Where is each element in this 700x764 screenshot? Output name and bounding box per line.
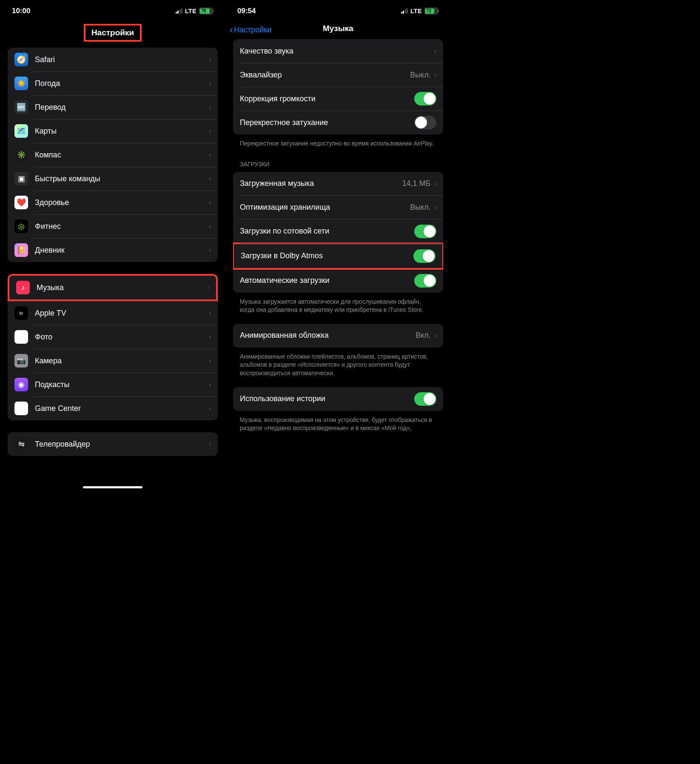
toggle-switch[interactable] xyxy=(413,249,435,263)
row-label: Подкасты xyxy=(35,380,209,389)
chevron-right-icon: › xyxy=(209,127,211,135)
camera-icon: 📷 xyxy=(14,354,28,368)
settings-row[interactable]: Коррекция громкости xyxy=(233,87,443,111)
row-label: Использование истории xyxy=(240,394,414,403)
settings-row[interactable]: Загрузки в Dolby Atmos xyxy=(234,244,442,268)
row-label: Анимированная обложка xyxy=(240,331,415,340)
toggle-switch[interactable] xyxy=(414,392,436,406)
back-label: Настройки xyxy=(234,26,271,34)
row-label: Компас xyxy=(35,151,209,160)
row-label: Загрузки по сотовой сети xyxy=(240,227,414,236)
status-indicators: LTE 78 xyxy=(176,8,213,14)
battery-icon: 72 xyxy=(424,8,439,14)
row-label: Эквалайзер xyxy=(240,71,410,80)
highlight-music-row: ♪Музыка› xyxy=(8,274,218,301)
settings-row[interactable]: ❀Фото› xyxy=(8,325,218,349)
chevron-right-icon: › xyxy=(434,71,436,79)
settings-row[interactable]: Оптимизация хранилищаВыкл.› xyxy=(233,196,443,220)
chevron-right-icon: › xyxy=(209,246,211,254)
row-label: Фитнес xyxy=(35,222,209,231)
settings-row[interactable]: Загрузки по сотовой сети xyxy=(233,220,443,243)
settings-row[interactable]: Перекрестное затухание xyxy=(233,111,443,134)
row-label: Автоматические загрузки xyxy=(240,276,414,285)
highlight-dolby-atmos-row: Загрузки в Dolby Atmos xyxy=(233,242,443,270)
downloads-settings-group-wrapper: Загруженная музыка14,1 МБ›Оптимизация хр… xyxy=(225,172,451,293)
row-label: Качество звука xyxy=(240,47,434,56)
toggle-switch[interactable] xyxy=(414,274,436,288)
settings-group-apps-2-wrapper: ♪Музыка›tvApple TV›❀Фото›📷Камера›◉Подкас… xyxy=(0,274,225,420)
downloads-header: ЗАГРУЗКИ xyxy=(225,157,451,172)
chevron-right-icon: › xyxy=(209,333,211,341)
settings-row[interactable]: ◎Фитнес› xyxy=(8,214,218,238)
right-phone-music-settings: 09:54 LTE 72 ‹ Настройки xyxy=(225,0,451,492)
settings-group-apps-2: ♪Музыка›tvApple TV›❀Фото›📷Камера›◉Подкас… xyxy=(8,274,218,420)
status-bar: 10:00 LTE 78 xyxy=(0,0,225,20)
settings-row[interactable]: Использование истории xyxy=(233,387,443,411)
settings-group-teleprovider: ⇋Телепровайдер› xyxy=(8,432,218,456)
animated-cover-group: Анимированная обложкаВкл.› xyxy=(233,324,443,348)
chevron-left-icon: ‹ xyxy=(230,24,233,36)
settings-row[interactable]: 🧭Safari› xyxy=(8,48,218,71)
settings-row[interactable]: ◉Подкасты› xyxy=(8,373,218,396)
crossfade-footer: Перекрестное затухание недоступно во вре… xyxy=(225,140,451,157)
downloads-settings-group: Загруженная музыка14,1 МБ›Оптимизация хр… xyxy=(233,172,443,293)
status-time: 09:54 xyxy=(237,7,256,15)
settings-row[interactable]: ❤️Здоровье› xyxy=(8,191,218,214)
settings-row[interactable]: ✳️Компас› xyxy=(8,143,218,167)
left-phone-settings: 10:00 LTE 78 Настройки 🧭Safari›☀️Погода›… xyxy=(0,0,225,492)
settings-row[interactable]: ЭквалайзерВыкл.› xyxy=(233,63,443,87)
row-value: Выкл. xyxy=(410,203,431,212)
downloads-footer: Музыка загружается автоматически для про… xyxy=(225,298,451,324)
row-label: Здоровье xyxy=(35,198,209,207)
gamecenter-icon: ●● xyxy=(14,402,28,415)
row-label: Дневник xyxy=(35,246,209,255)
settings-row[interactable]: ♪Музыка› xyxy=(9,276,216,299)
page-header: ‹ Настройки Музыка xyxy=(225,20,451,39)
settings-row[interactable]: Качество звука› xyxy=(233,39,443,63)
back-button[interactable]: ‹ Настройки xyxy=(230,24,271,36)
teleprovider-icon: ⇋ xyxy=(14,437,28,451)
signal-icon xyxy=(176,9,183,14)
settings-row[interactable]: ●●Game Center› xyxy=(8,396,218,420)
settings-row[interactable]: Анимированная обложкаВкл.› xyxy=(233,324,443,348)
row-label: Загруженная музыка xyxy=(240,179,402,188)
podcasts-icon: ◉ xyxy=(14,378,28,391)
settings-row[interactable]: ☀️Погода› xyxy=(8,71,218,95)
settings-row[interactable]: 📷Камера› xyxy=(8,349,218,373)
row-label: Загрузки в Dolby Atmos xyxy=(241,251,413,260)
page-title: Настройки xyxy=(84,24,142,42)
photos-icon: ❀ xyxy=(14,330,28,344)
translate-icon: 🔤 xyxy=(14,100,28,114)
row-value: 14,1 МБ xyxy=(402,179,431,188)
page-header: Настройки xyxy=(0,20,225,48)
toggle-switch[interactable] xyxy=(414,116,436,129)
settings-row[interactable]: ⇋Телепровайдер› xyxy=(8,432,218,456)
row-value: Выкл. xyxy=(410,71,431,80)
row-label: Перевод xyxy=(35,103,209,112)
fitness-icon: ◎ xyxy=(14,220,28,233)
settings-row[interactable]: tvApple TV› xyxy=(8,301,218,325)
row-label: Карты xyxy=(35,127,209,136)
row-label: Музыка xyxy=(37,283,207,292)
chevron-right-icon: › xyxy=(209,381,211,388)
settings-row[interactable]: 🔤Перевод› xyxy=(8,95,218,119)
settings-row[interactable]: 📔Дневник› xyxy=(8,238,218,262)
settings-row[interactable]: Автоматические загрузки xyxy=(233,269,443,293)
settings-row[interactable]: Загруженная музыка14,1 МБ› xyxy=(233,172,443,196)
settings-row[interactable]: ▣Быстрые команды› xyxy=(8,167,218,191)
row-label: Оптимизация хранилища xyxy=(240,203,410,212)
settings-row[interactable]: 🗺️Карты› xyxy=(8,119,218,143)
chevron-right-icon: › xyxy=(434,47,436,55)
tv-icon: tv xyxy=(14,306,28,320)
status-time: 10:00 xyxy=(12,7,30,15)
status-indicators: LTE 72 xyxy=(401,8,439,14)
chevron-right-icon: › xyxy=(207,284,209,291)
row-label: Фото xyxy=(35,333,209,342)
toggle-switch[interactable] xyxy=(414,92,436,105)
chevron-right-icon: › xyxy=(434,332,436,339)
toggle-switch[interactable] xyxy=(414,225,436,238)
page-title: Музыка xyxy=(323,24,353,33)
settings-group-apps-1: 🧭Safari›☀️Погода›🔤Перевод›🗺️Карты›✳️Комп… xyxy=(8,48,218,262)
home-indicator[interactable] xyxy=(83,486,142,488)
chevron-right-icon: › xyxy=(434,204,436,211)
